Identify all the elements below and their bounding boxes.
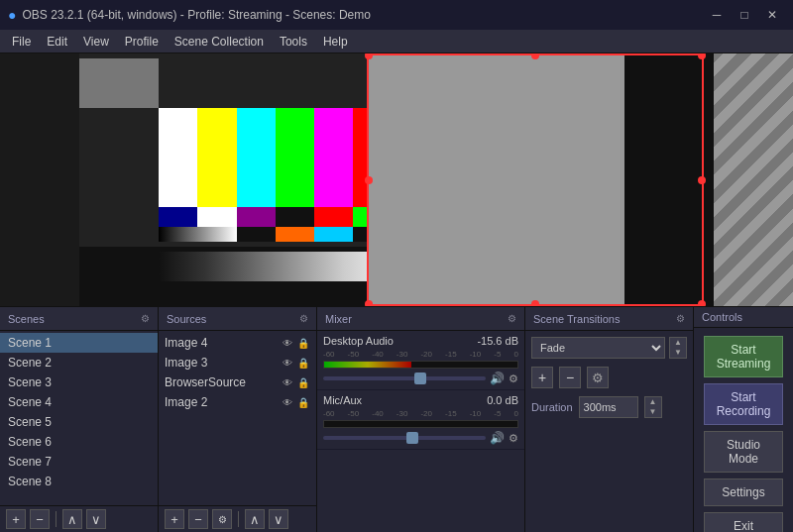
scenes-title: Scenes [8, 313, 45, 325]
transitions-header: Scene Transitions ⚙ [525, 307, 693, 331]
scene-item[interactable]: Scene 3 [0, 372, 158, 392]
transition-type-select[interactable]: Fade [531, 337, 665, 359]
micaux-fader[interactable] [323, 436, 486, 440]
menubar: File Edit View Profile Scene Collection … [0, 30, 793, 53]
source-item[interactable]: BrowserSource 👁 🔒 [159, 372, 316, 392]
source-settings-button[interactable]: ⚙ [212, 509, 232, 529]
menu-tools[interactable]: Tools [272, 31, 315, 53]
source-eye-icon[interactable]: 👁 [281, 395, 294, 409]
scene-item[interactable]: Scene 1 [0, 333, 158, 353]
scenes-list: Scene 1 Scene 2 Scene 3 Scene 4 Scene 5 … [0, 331, 158, 505]
transition-up-button[interactable]: ▲ [670, 338, 686, 348]
scene-item[interactable]: Scene 8 [0, 472, 158, 491]
add-source-button[interactable]: + [165, 509, 184, 529]
source-lock-icon[interactable]: 🔒 [296, 395, 310, 409]
exit-button[interactable]: Exit [704, 512, 783, 532]
start-recording-button[interactable]: Start Recording [704, 383, 783, 425]
menu-scene-collection[interactable]: Scene Collection [167, 31, 272, 53]
scene-item[interactable]: Scene 2 [0, 353, 158, 372]
micaux-fader-row: 🔊 ⚙ [323, 431, 518, 445]
move-scene-up-button[interactable]: ∧ [62, 509, 82, 529]
add-transition-button[interactable]: + [531, 367, 553, 388]
sources-panel: Sources ⚙ Image 4 👁 🔒 Image 3 👁 🔒 Browse… [159, 307, 317, 532]
duration-row: Duration ▲ ▼ [531, 396, 687, 418]
controls-title: Controls [702, 311, 742, 323]
move-source-up-button[interactable]: ∧ [245, 509, 265, 529]
desktop-audio-settings-icon[interactable]: ⚙ [509, 372, 518, 385]
source-name: Image 3 [165, 356, 207, 370]
transitions-config-icon[interactable]: ⚙ [676, 313, 685, 324]
micaux-track: Mic/Aux 0.0 dB -60-50-40-30-20-15-10-50 … [317, 390, 524, 450]
titlebar-title: OBS 23.2.1 (64-bit, windows) - Profile: … [22, 8, 370, 22]
source-eye-icon[interactable]: 👁 [281, 336, 294, 350]
bottom-panel: Scenes ⚙ Scene 1 Scene 2 Scene 3 Scene 4… [0, 306, 793, 532]
menu-edit[interactable]: Edit [39, 31, 75, 53]
controls-panel: Controls Start Streaming Start Recording… [694, 307, 793, 532]
source-icons: 👁 🔒 [281, 356, 310, 370]
transitions-title: Scene Transitions [533, 313, 620, 325]
sources-config-icon[interactable]: ⚙ [299, 313, 308, 324]
scene-item[interactable]: Scene 6 [0, 432, 158, 452]
micaux-db: 0.0 dB [487, 394, 518, 406]
menu-file[interactable]: File [4, 31, 39, 53]
source-eye-icon[interactable]: 👁 [281, 356, 294, 370]
micaux-settings-icon[interactable]: ⚙ [509, 432, 518, 445]
scene-item[interactable]: Scene 7 [0, 452, 158, 472]
source-lock-icon[interactable]: 🔒 [296, 336, 310, 350]
source-lock-icon[interactable]: 🔒 [296, 375, 310, 389]
remove-transition-button[interactable]: − [559, 367, 581, 388]
desktop-audio-fader-row: 🔊 ⚙ [323, 372, 518, 385]
menu-view[interactable]: View [75, 31, 117, 53]
duration-updown: ▲ ▼ [644, 396, 662, 418]
duration-up-button[interactable]: ▲ [645, 397, 661, 407]
source-name: Image 2 [165, 395, 207, 409]
mixer-header: Mixer ⚙ [317, 307, 524, 331]
micaux-mute-icon[interactable]: 🔊 [490, 431, 505, 445]
maximize-button[interactable]: □ [732, 5, 757, 25]
close-button[interactable]: ✕ [759, 5, 785, 25]
menu-help[interactable]: Help [315, 31, 356, 53]
transition-settings-button[interactable]: ⚙ [587, 367, 609, 388]
source-eye-icon[interactable]: 👁 [281, 375, 294, 389]
remove-source-button[interactable]: − [188, 509, 208, 529]
move-scene-down-button[interactable]: ∨ [86, 509, 106, 529]
transition-updown: ▲ ▼ [669, 337, 687, 359]
transition-controls: + − ⚙ [531, 367, 687, 388]
duration-down-button[interactable]: ▼ [645, 407, 661, 417]
source-lock-icon[interactable]: 🔒 [296, 356, 310, 370]
settings-button[interactable]: Settings [704, 479, 783, 506]
source-item[interactable]: Image 4 👁 🔒 [159, 333, 316, 353]
titlebar: ● OBS 23.2.1 (64-bit, windows) - Profile… [0, 0, 793, 30]
micaux-name: Mic/Aux [323, 394, 362, 406]
duration-label: Duration [531, 401, 573, 413]
desktop-audio-level [324, 362, 411, 368]
desktop-audio-fader-thumb[interactable] [414, 372, 426, 384]
start-streaming-button[interactable]: Start Streaming [704, 336, 783, 377]
toolbar-separator [56, 511, 57, 527]
desktop-audio-mute-icon[interactable]: 🔊 [490, 372, 505, 385]
source-item[interactable]: Image 3 👁 🔒 [159, 353, 316, 372]
duration-input[interactable] [579, 396, 638, 418]
preview-area [0, 53, 793, 306]
scene-item[interactable]: Scene 4 [0, 392, 158, 412]
move-source-down-button[interactable]: ∨ [269, 509, 288, 529]
studio-mode-button[interactable]: Studio Mode [704, 431, 783, 473]
scenes-config-icon[interactable]: ⚙ [141, 313, 150, 324]
titlebar-controls: ─ □ ✕ [704, 5, 785, 25]
add-scene-button[interactable]: + [6, 509, 26, 529]
scene-item[interactable]: Scene 5 [0, 412, 158, 432]
micaux-fader-thumb[interactable] [406, 432, 418, 444]
minimize-button[interactable]: ─ [704, 5, 730, 25]
controls-inner: Start Streaming Start Recording Studio M… [694, 328, 793, 532]
transition-down-button[interactable]: ▼ [670, 348, 686, 358]
source-icons: 👁 🔒 [281, 336, 310, 350]
mixer-config-icon[interactable]: ⚙ [508, 313, 516, 324]
desktop-audio-fader[interactable] [323, 376, 486, 380]
desktop-audio-labels: -60-50-40-30-20-15-10-50 [323, 350, 518, 359]
source-item[interactable]: Image 2 👁 🔒 [159, 392, 316, 412]
preview-gray-block [79, 58, 159, 108]
sources-toolbar: + − ⚙ ∧ ∨ [159, 505, 316, 532]
menu-profile[interactable]: Profile [117, 31, 167, 53]
remove-scene-button[interactable]: − [30, 509, 50, 529]
scenes-panel: Scenes ⚙ Scene 1 Scene 2 Scene 3 Scene 4… [0, 307, 159, 532]
